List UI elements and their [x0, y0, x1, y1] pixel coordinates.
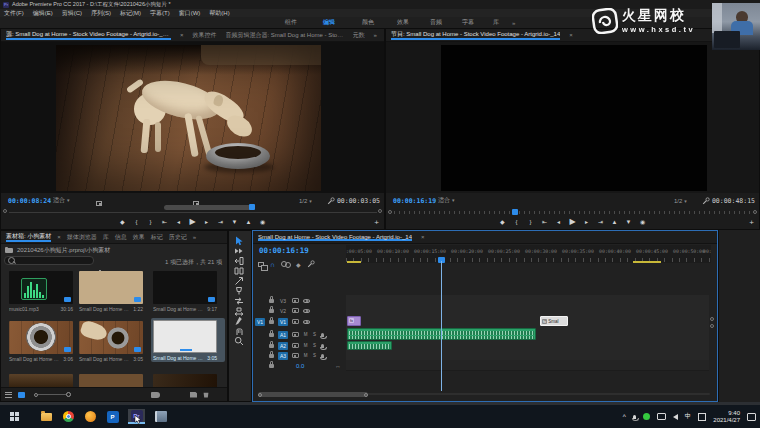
- zoom-handle-right[interactable]: [364, 393, 368, 397]
- lock-icon[interactable]: [269, 364, 274, 368]
- title-bar[interactable]: Pr Adobe Premiere Pro CC 2017 - D:\工程文件\…: [0, 0, 760, 9]
- razor-tool[interactable]: [229, 286, 249, 296]
- track-header-a2[interactable]: A2 M S: [255, 341, 345, 350]
- source-zoom-bar[interactable]: [164, 205, 254, 210]
- tab-effect-controls[interactable]: 效果控件: [193, 31, 217, 40]
- search-input[interactable]: [4, 256, 94, 265]
- taskbar-p-app-icon[interactable]: P: [106, 410, 119, 423]
- tray-expand-icon[interactable]: ^: [623, 413, 626, 420]
- source-position-timecode[interactable]: 00:00:08:24: [8, 197, 51, 205]
- project-item-partial[interactable]: [153, 374, 219, 388]
- track-header-v2[interactable]: V2: [255, 306, 345, 315]
- new-item-icon[interactable]: [190, 392, 197, 398]
- sync-lock-icon[interactable]: [292, 298, 299, 303]
- project-item-music[interactable]: music01.mp330:16: [9, 271, 75, 312]
- sync-lock-icon[interactable]: [292, 319, 299, 324]
- safe-margins-icon[interactable]: [96, 201, 102, 206]
- track-target-badge[interactable]: A3: [278, 352, 288, 360]
- project-item-clip5-selected[interactable]: Small Dog at Home - S...3:05: [151, 318, 225, 362]
- mark-in-button[interactable]: {: [133, 219, 139, 225]
- lock-icon[interactable]: [269, 309, 274, 313]
- tab-markers[interactable]: 标记: [151, 233, 163, 242]
- start-button[interactable]: [8, 410, 21, 423]
- tab-sequence[interactable]: Small Dog at Home - Stock Video Footage …: [258, 234, 412, 241]
- track-target-badge[interactable]: A1: [278, 331, 288, 339]
- track-header-a3[interactable]: A3 M S: [255, 351, 345, 360]
- tab-bin[interactable]: 素材箱: 小狗素材: [6, 232, 51, 242]
- toggle-track-output-icon[interactable]: [303, 309, 310, 313]
- project-item-clip1[interactable]: Small Dog at Home - S...1:22: [79, 271, 145, 312]
- sync-lock-icon[interactable]: [292, 332, 299, 337]
- source-scrub-track[interactable]: [9, 212, 377, 213]
- settings-wrench-icon[interactable]: [702, 197, 710, 205]
- hand-tool[interactable]: [229, 326, 249, 336]
- track-header-v1[interactable]: V1 V1: [255, 317, 345, 326]
- tray-volume-icon[interactable]: [673, 414, 678, 420]
- playhead-line[interactable]: [441, 261, 442, 391]
- go-to-out-button[interactable]: ⇥: [598, 218, 604, 225]
- track-label[interactable]: V2: [278, 308, 288, 314]
- tray-ime-indicator[interactable]: 中: [685, 412, 692, 421]
- mute-button[interactable]: M: [303, 343, 308, 348]
- project-item-clip2[interactable]: Small Dog at Home - S...9:17: [153, 271, 219, 312]
- workspace-tab-titles[interactable]: 字幕: [462, 18, 474, 27]
- tab-close-icon[interactable]: ×: [421, 234, 425, 240]
- icon-view-icon[interactable]: [18, 392, 25, 398]
- project-item-clip4[interactable]: Small Dog at Home - S...3:05: [79, 321, 145, 362]
- toggle-track-output-icon[interactable]: [303, 320, 310, 324]
- vertical-zoom-handle[interactable]: [710, 324, 714, 328]
- slide-tool[interactable]: [229, 306, 249, 316]
- sync-lock-icon[interactable]: [292, 308, 299, 313]
- lock-icon[interactable]: [269, 320, 274, 324]
- voiceover-mic-icon[interactable]: [321, 354, 324, 358]
- track-target-badge[interactable]: V1: [278, 318, 288, 326]
- extract-button[interactable]: ▼: [626, 219, 632, 225]
- program-resolution-select[interactable]: 1/2▾: [674, 198, 687, 204]
- source-fit-select[interactable]: 适合▾: [53, 196, 70, 205]
- mute-button[interactable]: M: [303, 353, 308, 358]
- source-patch-badge[interactable]: V1: [255, 318, 265, 326]
- project-item-partial[interactable]: [79, 374, 145, 388]
- tab-close-icon[interactable]: ×: [57, 234, 61, 240]
- timeline-scrollbar-thumb[interactable]: [258, 392, 368, 397]
- rolling-edit-tool[interactable]: [229, 266, 249, 276]
- taskbar-notebook-icon[interactable]: [154, 410, 167, 423]
- snap-magnet-icon[interactable]: ∩: [270, 262, 275, 267]
- master-gain-value[interactable]: 0.0: [296, 363, 304, 369]
- go-to-out-button[interactable]: ⇥: [218, 218, 224, 225]
- track-select-forward-tool[interactable]: [229, 246, 249, 256]
- tray-green-status-icon[interactable]: [643, 413, 650, 420]
- panel-overflow-icon[interactable]: »: [193, 234, 196, 240]
- workspace-tab-effects[interactable]: 效果: [397, 18, 409, 27]
- workspace-overflow-icon[interactable]: »: [512, 20, 515, 26]
- fit-audio-icon[interactable]: ↔: [335, 363, 341, 369]
- program-playhead-handle[interactable]: [512, 209, 518, 215]
- track-header-master[interactable]: 0.0 ↔: [255, 361, 345, 370]
- tab-media-browser[interactable]: 媒体浏览器: [67, 233, 97, 242]
- play-button[interactable]: ▶: [189, 217, 195, 226]
- track-target-badge[interactable]: A2: [278, 342, 288, 350]
- go-to-in-button[interactable]: ⇤: [161, 218, 167, 225]
- add-marker-button[interactable]: ◆: [499, 218, 505, 225]
- program-position-timecode[interactable]: 00:00:16:19: [393, 197, 436, 205]
- export-frame-button[interactable]: ◉: [260, 218, 266, 225]
- timeline-settings-wrench-icon[interactable]: [307, 260, 315, 268]
- tab-audio-clip-mixer[interactable]: 音频剪辑混合器: Small Dog at Home - Stock Video…: [226, 31, 344, 40]
- track-label[interactable]: V3: [278, 298, 288, 304]
- scrub-left-handle[interactable]: [388, 210, 392, 214]
- workspace-tab-assembly[interactable]: 组件: [285, 18, 297, 27]
- go-to-in-button[interactable]: ⇤: [541, 218, 547, 225]
- pen-tool[interactable]: [229, 316, 249, 326]
- add-button-icon[interactable]: +: [374, 218, 379, 227]
- panel-overflow-icon[interactable]: »: [374, 32, 377, 38]
- voiceover-mic-icon[interactable]: [321, 333, 324, 337]
- tab-effects[interactable]: 效果: [133, 233, 145, 242]
- tab-info[interactable]: 信息: [115, 233, 127, 242]
- step-back-button[interactable]: ◂: [555, 218, 561, 225]
- workspace-tab-editing[interactable]: 编辑: [323, 18, 335, 27]
- project-item-partial[interactable]: [9, 374, 75, 388]
- play-button[interactable]: ▶: [569, 217, 575, 226]
- tab-program[interactable]: 节目: Small Dog at Home - Stock Video Foot…: [391, 30, 560, 40]
- taskbar-premiere-icon-active[interactable]: Pr: [128, 409, 145, 424]
- insert-as-nest-icon[interactable]: [258, 262, 264, 267]
